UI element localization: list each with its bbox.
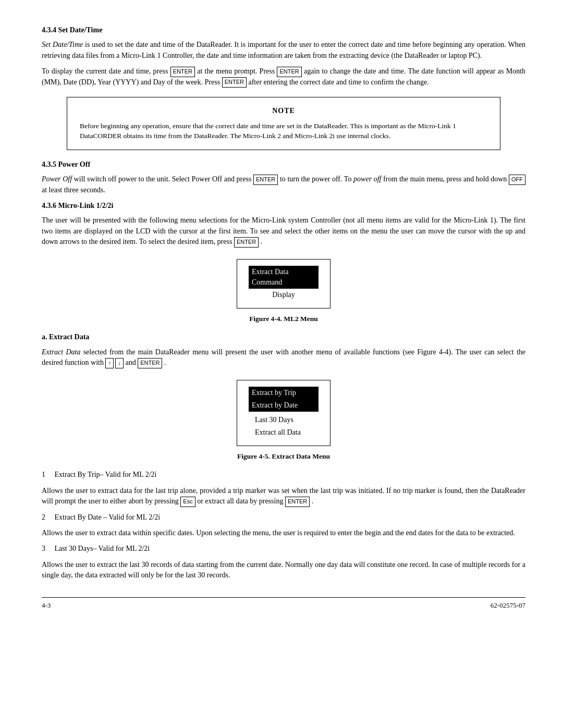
- key-enter-1: ENTER: [170, 67, 195, 77]
- note-text: Before beginning any operation, ensure t…: [80, 121, 487, 141]
- list-item-2-spaces: [47, 513, 53, 521]
- para-extract-period: .: [164, 359, 166, 366]
- para-4-3-5-text2: to turn the power off. To: [280, 175, 353, 183]
- menu-wrapper-2: Extract by Trip Extract by Date Last 30 …: [42, 378, 525, 448]
- para-4-3-5-text1: will switch off power to the unit. Selec…: [74, 175, 253, 183]
- para-4-3-5-text4: at least three seconds.: [42, 186, 105, 194]
- footer-right: 62-02575-07: [491, 601, 525, 611]
- list-item-1-spaces: [47, 471, 53, 478]
- menu-item-extract-by-trip: Extract by Trip: [249, 387, 319, 399]
- section-4-3-4: 4.3.4 Set Date/Time Set Date/Time is use…: [42, 25, 525, 88]
- key-enter-5: ENTER: [234, 237, 259, 248]
- para-4-3-5-text3: from the main menu, press and hold down: [383, 175, 509, 183]
- page-footer: 4-3 62-02575-07: [42, 597, 525, 611]
- menu-item-last-30: Last 30 Days: [252, 414, 315, 426]
- para-4-3-4-1-text: is used to set the date and time of the …: [42, 41, 525, 59]
- note-title: NOTE: [80, 106, 487, 116]
- italic-set-date-time: Set Date/Time: [42, 41, 83, 48]
- list-item-3: 3 Last 30 Days– Valid for ML 2/2i Allows…: [42, 544, 525, 581]
- heading-4-3-5: 4.3.5 Power Off: [42, 159, 525, 170]
- italic-power-off: Power Off: [42, 175, 72, 183]
- list-item-1-mid: or extract all data by pressing: [197, 497, 285, 505]
- footer-left: 4-3: [42, 601, 51, 611]
- list-item-2-text: Allows the user to extract data within s…: [42, 528, 525, 538]
- arrow-up-icon: ↑: [105, 358, 114, 368]
- key-esc: Esc: [180, 497, 195, 507]
- list-item-2-heading: 2 Extract By Date – Valid for ML 2/2i: [42, 512, 525, 523]
- menu-item-extract-by-date: Extract by Date: [249, 399, 319, 412]
- menu-item-command-label: Command: [252, 278, 282, 286]
- list-item-2: 2 Extract By Date – Valid for ML 2/2i Al…: [42, 512, 525, 539]
- key-enter-4: ENTER: [253, 175, 278, 185]
- list-item-1-text: Allows the user to extract data for the …: [42, 486, 525, 507]
- list-item-3-heading: 3 Last 30 Days– Valid for ML 2/2i: [42, 544, 525, 554]
- list-item-3-text: Allows the user to extract the last 30 r…: [42, 560, 525, 581]
- menu-item-extract-label: Extract Data: [252, 268, 288, 276]
- list-num-1: 1: [42, 471, 45, 478]
- para-4-3-4-2-text4: after entering the correct date and time…: [248, 78, 429, 86]
- arrow-down-icon: ↓: [115, 358, 124, 368]
- list-num-2: 2: [42, 513, 45, 521]
- list-item-2-label: Extract By Date – Valid for ML 2/2i: [55, 513, 161, 521]
- section-extract-data: a. Extract Data Extract Data selected fr…: [42, 332, 525, 368]
- para-4-3-4-2-text2: at the menu prompt. Press: [197, 67, 277, 75]
- para-4-3-6-1: The user will be presented with the foll…: [42, 215, 525, 247]
- key-enter-7: ENTER: [285, 497, 310, 507]
- para-4-3-4-2: To display the current date and time, pr…: [42, 66, 525, 88]
- key-off: OFF: [509, 175, 525, 185]
- key-enter-6: ENTER: [138, 358, 162, 368]
- key-enter-2: ENTER: [277, 67, 301, 77]
- figure-4-4-container: Extract Data Command Display Figure 4-4.…: [42, 257, 525, 324]
- heading-4-3-6: 4.3.6 Micro-Link 1/2/2i: [42, 201, 525, 211]
- note-box: NOTE Before beginning any operation, ens…: [67, 97, 500, 150]
- list-num-3: 3: [42, 545, 45, 552]
- menu-item-extract-data-command: Extract Data Command: [249, 266, 319, 289]
- para-extract-data-1: Extract Data selected from the main Data…: [42, 347, 525, 368]
- key-enter-3: ENTER: [222, 77, 247, 88]
- list-item-1-label: Extract By Trip– Valid for ML 2/2i: [55, 471, 157, 478]
- list-item-1-end: .: [312, 497, 314, 505]
- list-item-1: 1 Extract By Trip– Valid for ML 2/2i All…: [42, 470, 525, 507]
- list-item-3-label: Last 30 Days– Valid for ML 2/2i: [55, 545, 150, 552]
- list-item-1-heading: 1 Extract By Trip– Valid for ML 2/2i: [42, 470, 525, 480]
- heading-extract-data: a. Extract Data: [42, 332, 525, 342]
- menu-box-extract: Extract by Trip Extract by Date Last 30 …: [237, 380, 331, 446]
- list-item-3-spaces: [47, 545, 53, 552]
- para-4-3-5-1: Power Off will switch off power to the u…: [42, 174, 525, 195]
- para-4-3-4-2-text1: To display the current date and time, pr…: [42, 67, 168, 75]
- menu-item-display: Display: [252, 289, 315, 301]
- section-4-3-5: 4.3.5 Power Off Power Off will switch of…: [42, 159, 525, 195]
- italic-power-off-2: power off: [353, 175, 381, 183]
- menu-item-extract-all: Extract all Data: [252, 426, 315, 439]
- figure-4-4-caption: Figure 4-4. ML2 Menu: [42, 314, 525, 324]
- figure-4-5-container: Extract by Trip Extract by Date Last 30 …: [42, 378, 525, 462]
- menu-wrapper-1: Extract Data Command Display: [42, 257, 525, 311]
- para-4-3-6-text: The user will be presented with the foll…: [42, 216, 525, 245]
- figure-4-5-caption: Figure 4-5. Extract Data Menu: [42, 451, 525, 462]
- para-4-3-4-1: Set Date/Time is used to set the date an…: [42, 40, 525, 61]
- para-4-3-6-period: .: [261, 238, 263, 245]
- italic-extract-data: Extract Data: [42, 348, 80, 356]
- section-4-3-6: 4.3.6 Micro-Link 1/2/2i The user will be…: [42, 201, 525, 248]
- para-extract-text1: selected from the main DataReader menu w…: [42, 348, 525, 366]
- heading-4-3-4: 4.3.4 Set Date/Time: [42, 25, 525, 35]
- para-extract-text2: and: [125, 359, 138, 366]
- menu-box-ml2: Extract Data Command Display: [237, 259, 331, 309]
